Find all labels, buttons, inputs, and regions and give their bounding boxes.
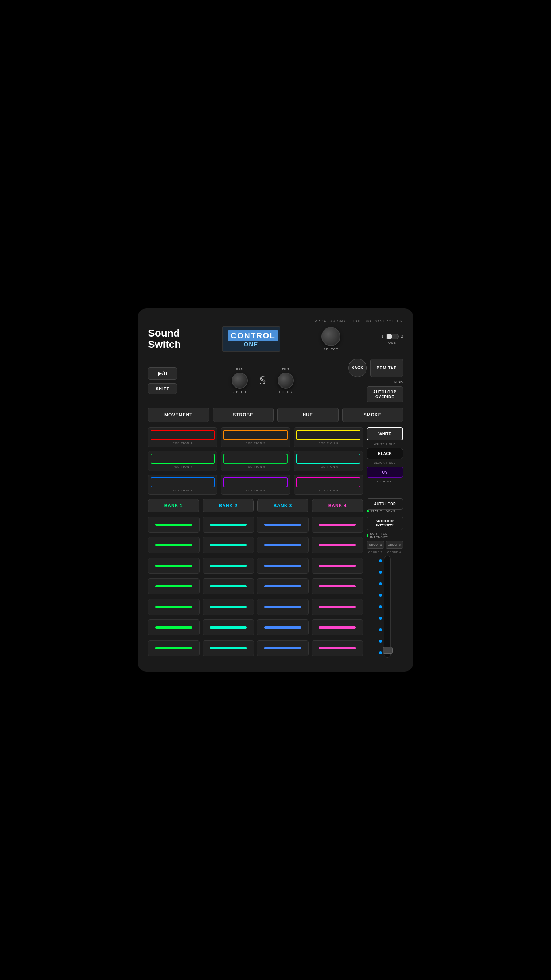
scene-btn-r2c3[interactable]	[257, 537, 309, 553]
fader-track[interactable]	[384, 555, 391, 658]
pan-knob[interactable]	[232, 372, 248, 389]
fader-dot-1	[379, 559, 382, 562]
white-hold-label: WHITE HOLD	[367, 442, 403, 446]
tilt-knob[interactable]	[278, 372, 294, 389]
bpm-tap-button[interactable]: BPM TAP	[370, 359, 403, 377]
position-4-pad[interactable]: POSITION 4	[148, 451, 217, 471]
position-9-pad[interactable]: POSITION 9	[294, 475, 363, 495]
scene-btn-r4c3[interactable]	[257, 578, 309, 594]
scene-btn-r4c4[interactable]	[311, 578, 363, 594]
bank-3-button[interactable]: BANK 3	[257, 499, 308, 512]
scene-btn-r6c1[interactable]	[148, 619, 200, 635]
scene-btn-r4c1[interactable]	[148, 578, 200, 594]
pan-tilt-section: PAN SPEED 𝕊 TILT COLOR	[232, 368, 294, 394]
scene-btn-r2c2[interactable]	[203, 537, 254, 553]
static-looks-label: STATIC LOOKS	[367, 510, 403, 513]
smoke-button[interactable]: SMOKE	[342, 407, 403, 422]
logo: Sound Switch	[148, 328, 181, 350]
fader-area	[367, 555, 403, 658]
scene-btn-r1c3[interactable]	[257, 517, 309, 533]
position-9-label: POSITION 9	[319, 489, 338, 492]
tilt-knob-group: TILT COLOR	[278, 368, 294, 394]
scene-bar	[210, 523, 247, 526]
scene-btn-r1c2[interactable]	[203, 517, 254, 533]
position-5-pad[interactable]: POSITION 5	[221, 451, 290, 471]
position-4-indicator	[151, 453, 214, 464]
autoloop-override-button[interactable]: AUTOLOOP OVERIDE	[367, 387, 403, 402]
bank-1-button[interactable]: BANK 1	[148, 499, 199, 512]
scene-btn-r5c3[interactable]	[257, 599, 309, 615]
select-knob[interactable]	[321, 327, 340, 346]
scene-btn-r6c3[interactable]	[257, 619, 309, 635]
scene-btn-r7c3[interactable]	[257, 640, 309, 656]
scene-bar	[210, 544, 247, 546]
scene-btn-r3c4[interactable]	[311, 558, 363, 574]
group-buttons: GROUP 1 GROUP 3	[367, 541, 403, 549]
fader-handle[interactable]	[383, 647, 393, 654]
scene-bar	[319, 544, 356, 546]
position-6-indicator	[296, 453, 360, 464]
group-3-button[interactable]: GROUP 3	[386, 541, 403, 549]
scene-bar	[264, 565, 302, 567]
group-1-button[interactable]: GROUP 1	[367, 541, 384, 549]
position-8-pad[interactable]: POSITION 8	[221, 475, 290, 495]
mode-row: MOVEMENT STROBE HUE SMOKE	[148, 407, 403, 422]
scene-btn-r5c1[interactable]	[148, 599, 200, 615]
scene-btn-r7c1[interactable]	[148, 640, 200, 656]
scene-btn-r6c2[interactable]	[203, 619, 254, 635]
usb-label: USB	[389, 341, 397, 345]
position-8-label: POSITION 8	[246, 489, 266, 492]
scene-btn-r5c4[interactable]	[311, 599, 363, 615]
scene-btn-r3c2[interactable]	[203, 558, 254, 574]
scene-btn-r6c4[interactable]	[311, 619, 363, 635]
scripted-intensity-label: SCRIPTED INTENSITY	[367, 532, 403, 539]
scene-btn-r2c1[interactable]	[148, 537, 200, 553]
shift-button[interactable]: SHIFT	[148, 383, 177, 394]
white-button[interactable]: WHITE	[367, 427, 403, 441]
scene-bar	[264, 647, 302, 649]
strobe-button[interactable]: STROBE	[213, 407, 274, 422]
position-1-pad[interactable]: POSITION 1	[148, 427, 217, 447]
scene-bar	[155, 626, 192, 628]
bank-2-button[interactable]: BANK 2	[203, 499, 254, 512]
scene-bar	[319, 523, 356, 526]
position-6-pad[interactable]: POSITION 6	[294, 451, 363, 471]
scene-btn-r5c2[interactable]	[203, 599, 254, 615]
scene-bar	[264, 523, 302, 526]
scene-bar	[210, 565, 247, 567]
uv-button[interactable]: UV	[367, 467, 403, 477]
scene-btn-r3c1[interactable]	[148, 558, 200, 574]
hue-button[interactable]: HUE	[277, 407, 338, 422]
scene-bar	[319, 647, 356, 649]
scene-btn-r3c3[interactable]	[257, 558, 309, 574]
group-4-label: GROUP 4	[386, 551, 403, 554]
grid-right-panel: AUTOLOOP INTENSITY SCRIPTED INTENSITY GR…	[367, 517, 403, 658]
scene-btn-r7c4[interactable]	[311, 640, 363, 656]
scene-bar	[264, 606, 302, 608]
scene-btn-r2c4[interactable]	[311, 537, 363, 553]
scene-btn-r4c2[interactable]	[203, 578, 254, 594]
auto-loop-button[interactable]: AUTO LOOP	[367, 498, 403, 510]
right-side-bank: AUTO LOOP STATIC LOOKS	[367, 498, 403, 513]
movement-button[interactable]: MOVEMENT	[148, 407, 209, 422]
position-7-indicator	[151, 477, 214, 487]
bank-row: BANK 1 BANK 2 BANK 3 BANK 4 AUTO LOOP ST…	[148, 498, 403, 513]
position-5-indicator	[223, 453, 287, 464]
position-2-pad[interactable]: POSITION 2	[221, 427, 290, 447]
position-7-pad[interactable]: POSITION 7	[148, 475, 217, 495]
fader-dot-2	[379, 571, 382, 574]
black-button[interactable]: BLACK	[367, 448, 403, 459]
scene-bar	[319, 585, 356, 587]
play-pause-button[interactable]: ▶/II	[148, 367, 177, 380]
scene-btn-r1c1[interactable]	[148, 517, 200, 533]
scene-bar	[155, 565, 192, 567]
position-3-pad[interactable]: POSITION 3	[294, 427, 363, 447]
scene-btn-r1c4[interactable]	[311, 517, 363, 533]
pan-label: PAN	[236, 368, 244, 371]
bank-4-button[interactable]: BANK 4	[312, 499, 363, 512]
autoloop-intensity-button[interactable]: AUTOLOOP INTENSITY	[367, 517, 403, 530]
position-5-label: POSITION 5	[246, 465, 266, 468]
back-button[interactable]: BACK	[348, 359, 367, 377]
scene-btn-r7c2[interactable]	[203, 640, 254, 656]
usb-toggle[interactable]	[386, 334, 399, 339]
